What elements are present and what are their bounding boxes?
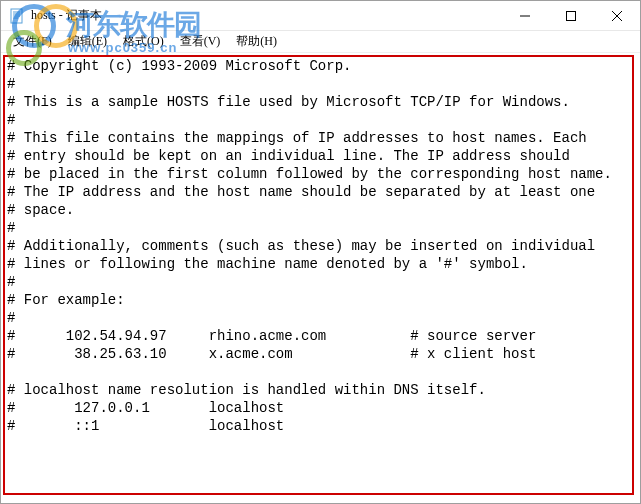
minimize-button[interactable] xyxy=(502,1,548,30)
window-title: hosts - 记事本 xyxy=(31,7,102,24)
text-area[interactable]: # Copyright (c) 1993-2009 Microsoft Corp… xyxy=(1,53,640,503)
menu-view[interactable]: 查看(V) xyxy=(172,31,229,52)
file-content[interactable]: # Copyright (c) 1993-2009 Microsoft Corp… xyxy=(1,53,640,439)
menubar: 文件(F) 编辑(E) 格式(O) 查看(V) 帮助(H) xyxy=(1,31,640,53)
maximize-button[interactable] xyxy=(548,1,594,30)
svg-rect-6 xyxy=(567,11,576,20)
menu-file[interactable]: 文件(F) xyxy=(5,31,60,52)
menu-help[interactable]: 帮助(H) xyxy=(228,31,285,52)
close-button[interactable] xyxy=(594,1,640,30)
notepad-window: hosts - 记事本 文件(F) 编辑(E) 格式(O) 查看(V) 帮助(H… xyxy=(0,0,641,504)
menu-format[interactable]: 格式(O) xyxy=(115,31,172,52)
window-controls xyxy=(502,1,640,30)
notepad-icon xyxy=(9,8,25,24)
titlebar[interactable]: hosts - 记事本 xyxy=(1,1,640,31)
menu-edit[interactable]: 编辑(E) xyxy=(60,31,115,52)
title-left: hosts - 记事本 xyxy=(1,7,102,24)
